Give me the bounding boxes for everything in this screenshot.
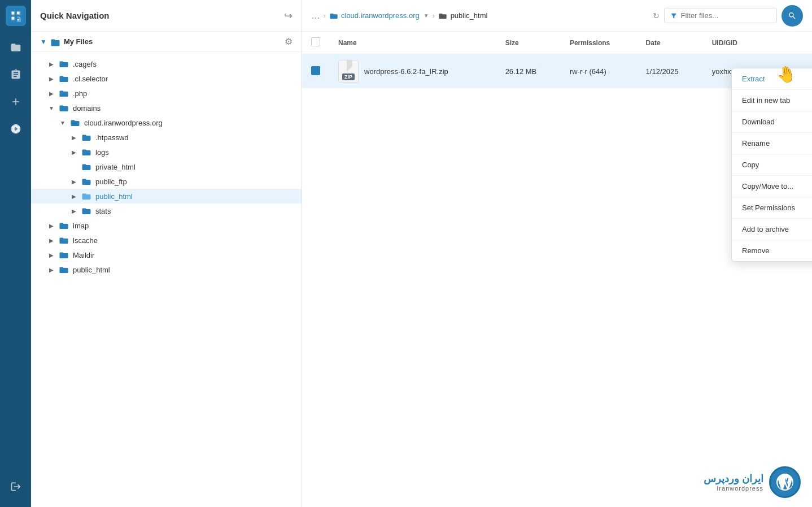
my-files-label[interactable]: My Files (64, 37, 93, 46)
edit-new-tab-label: Edit in new tab (742, 96, 790, 105)
row-size-cell: 26.12 MB (496, 54, 561, 89)
breadcrumb-arrow-2: › (433, 12, 435, 20)
tree-item-public-html-root[interactable]: ▶ public_html (31, 262, 302, 277)
context-menu-copy[interactable]: Copy (732, 154, 812, 176)
row-name-cell: ZIP wordpress-6.6.2-fa_IR.zip (329, 54, 496, 89)
tree-item-php[interactable]: ▶ .php (31, 86, 302, 101)
settings-gear-icon[interactable]: ⚙ (285, 36, 293, 47)
zip-file-icon: ZIP (338, 60, 359, 83)
tree-toggle-clselector[interactable]: ▶ (47, 74, 56, 83)
breadcrumb-dropdown-icon[interactable]: ▼ (424, 12, 429, 19)
context-menu-remove[interactable]: Remove (732, 240, 812, 261)
nav-icon-settings[interactable] (5, 118, 27, 140)
tree-item-htpasswd[interactable]: ▶ .htpasswd (31, 130, 302, 145)
tree-label-php: .php (73, 89, 87, 98)
tree-toggle-public-html-root[interactable]: ▶ (47, 265, 56, 274)
row-checkbox[interactable] (311, 66, 320, 75)
context-menu: Extract Edit in new tab Download Rename … (731, 68, 812, 262)
tree-toggle-cagefs[interactable]: ▶ (47, 59, 56, 68)
tree-toggle-imap[interactable]: ▶ (47, 221, 56, 230)
tree-item-stats[interactable]: ▶ stats (31, 203, 302, 218)
tree-item-public-html[interactable]: ▶ public_html (31, 189, 302, 203)
tree-toggle-cloud[interactable]: ▼ (58, 118, 67, 127)
tree-label-logs: logs (95, 148, 109, 157)
tree-toggle-htpasswd[interactable]: ▶ (69, 133, 78, 142)
col-size[interactable]: Size (496, 32, 561, 54)
tree-item-maildir[interactable]: ▶ Maildir (31, 248, 302, 262)
tree-label-htpasswd: .htpasswd (95, 133, 129, 142)
nav-icon-logout[interactable] (5, 475, 27, 498)
tree-label-stats: stats (95, 207, 111, 215)
context-menu-add-archive[interactable]: Add to archive (732, 219, 812, 240)
tree-item-private-html[interactable]: private_html (31, 159, 302, 174)
breadcrumb: … › cloud.iranwordpress.org ▼ › public_h… (311, 11, 644, 21)
tree-label-domains: domains (73, 104, 101, 112)
tree-label-lscache: lscache (73, 236, 98, 245)
folder-icon-public-html (81, 192, 93, 201)
breadcrumb-domain-label: cloud.iranwordpress.org (341, 11, 420, 20)
refresh-button[interactable]: ↻ (653, 11, 660, 20)
download-label: Download (742, 118, 775, 126)
context-menu-download[interactable]: Download (732, 111, 812, 133)
tree-label-public-ftp: public_ftp (95, 177, 127, 186)
brand-text-en: Iranwordpress (717, 485, 763, 492)
folder-icon-public-ftp (81, 177, 93, 186)
nav-title: Quick Navigation (40, 11, 110, 20)
nav-icon-files[interactable] (5, 36, 27, 59)
col-date[interactable]: Date (637, 32, 703, 54)
folder-icon-maildir (59, 250, 70, 259)
tree-toggle-stats[interactable]: ▶ (69, 206, 78, 215)
tree-toggle-php[interactable]: ▶ (47, 89, 56, 98)
my-files-toggle[interactable]: ▼ (40, 38, 47, 46)
tree-label-public-html: public_html (95, 192, 133, 201)
context-menu-set-permissions[interactable]: Set Permissions (732, 197, 812, 219)
brand-text-fa: ایران وردپرس (704, 473, 763, 485)
col-name[interactable]: Name (329, 32, 496, 54)
nav-icon-clipboard[interactable] (5, 63, 27, 86)
filter-input[interactable] (681, 11, 771, 20)
tree-item-cagefs[interactable]: ▶ .cagefs (31, 57, 302, 71)
tree-toggle-public-html[interactable]: ▶ (69, 192, 78, 201)
nav-tree: ▶ .cagefs ▶ .cl.selector ▶ .php ▼ (31, 52, 302, 507)
folder-icon-logs (81, 148, 93, 157)
context-menu-rename[interactable]: Rename (732, 133, 812, 154)
nav-header-icon[interactable]: ↪ (284, 10, 293, 22)
search-button[interactable] (782, 5, 803, 27)
nav-icon-add[interactable] (5, 90, 27, 113)
remove-label: Remove (742, 246, 769, 255)
tree-item-logs[interactable]: ▶ logs (31, 145, 302, 159)
set-permissions-label: Set Permissions (742, 203, 795, 212)
tree-item-clselector[interactable]: ▶ .cl.selector (31, 71, 302, 86)
tree-label-imap: imap (73, 222, 89, 230)
tree-toggle-maildir[interactable]: ▶ (47, 250, 56, 259)
context-menu-copy-move[interactable]: Copy/Move to... (732, 176, 812, 197)
tree-label-public-html-root: public_html (73, 266, 110, 274)
breadcrumb-dots[interactable]: … (311, 11, 320, 21)
brand-text: ایران وردپرس Iranwordpress (704, 473, 763, 492)
context-menu-edit-new-tab[interactable]: Edit in new tab (732, 90, 812, 111)
breadcrumb-domain[interactable]: cloud.iranwordpress.org ▼ (329, 11, 429, 20)
tree-item-public-ftp[interactable]: ▶ public_ftp (31, 174, 302, 189)
copy-move-label: Copy/Move to... (742, 182, 793, 190)
select-all-checkbox[interactable] (311, 37, 320, 46)
tree-toggle-domains[interactable]: ▼ (47, 103, 56, 112)
folder-icon-clselector (59, 74, 70, 83)
tree-item-domains[interactable]: ▼ domains (31, 101, 302, 115)
tree-toggle-lscache[interactable]: ▶ (47, 236, 56, 245)
add-archive-label: Add to archive (742, 225, 789, 233)
tree-label-clselector: .cl.selector (73, 75, 108, 83)
my-files-left: ▼ My Files (40, 37, 93, 46)
tree-toggle-logs[interactable]: ▶ (69, 148, 78, 157)
tree-item-lscache[interactable]: ▶ lscache (31, 233, 302, 248)
breadcrumb-current-folder-icon (438, 12, 447, 20)
context-menu-extract[interactable]: Extract (732, 68, 812, 90)
tree-item-imap[interactable]: ▶ imap (31, 218, 302, 233)
col-uid-gid[interactable]: UID/GID (703, 32, 812, 54)
my-files-header: ▼ My Files ⚙ (31, 32, 302, 52)
tree-label-maildir: Maildir (73, 251, 94, 259)
tree-label-cagefs: .cagefs (73, 60, 97, 68)
col-permissions[interactable]: Permissions (561, 32, 637, 54)
tree-toggle-public-ftp[interactable]: ▶ (69, 177, 78, 186)
tree-item-cloud[interactable]: ▼ cloud.iranwordpress.org (31, 115, 302, 130)
tree-label-cloud: cloud.iranwordpress.org (84, 119, 163, 127)
